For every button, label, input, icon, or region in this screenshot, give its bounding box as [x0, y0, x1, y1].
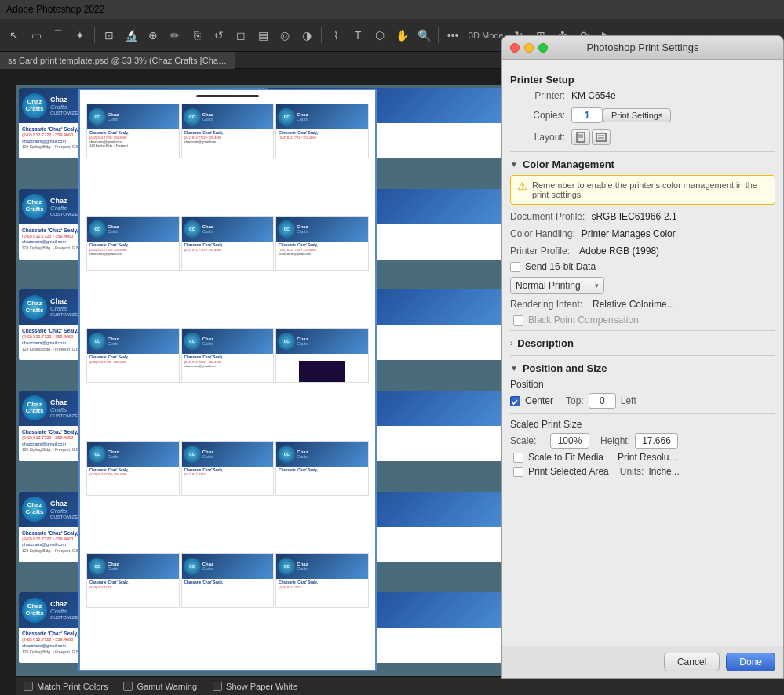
- preview-card-phone: (242) 812.7722 • 359.4660: [184, 248, 272, 252]
- preview-card-header: CC Chaz Crafts: [182, 329, 274, 354]
- preview-card-phone: (242) 812.7722 • 359.4660: [279, 136, 366, 140]
- copies-label: Copies:: [510, 110, 565, 121]
- toolbar-dodge-btn[interactable]: ◑: [297, 26, 316, 45]
- color-management-header[interactable]: ▼ Color Management: [510, 158, 775, 170]
- height-input[interactable]: [635, 433, 678, 449]
- show-paper-white-checkbox[interactable]: [213, 682, 222, 691]
- send16bit-row: Send 16-bit Data: [510, 261, 775, 272]
- top-input[interactable]: [589, 393, 616, 409]
- gamut-warning-group[interactable]: Gamut Warning: [123, 682, 197, 691]
- layout-landscape-icon[interactable]: [592, 129, 611, 145]
- preview-crafts: Crafts: [202, 117, 272, 122]
- match-colors-checkbox[interactable]: [24, 682, 33, 691]
- doc-tab[interactable]: ss Card print template.psd @ 33.3% (Chaz…: [0, 52, 235, 69]
- done-button[interactable]: Done: [726, 653, 775, 671]
- send16bit-label: Send 16-bit Data: [525, 261, 596, 272]
- preview-card: CC Chaz Crafts Chassarie 'Chaz' Sealy,: [275, 441, 369, 496]
- preview-logo: CC: [184, 333, 201, 350]
- copies-row: Copies: Print Settings: [510, 107, 775, 123]
- card-logo: ChazCrafts: [22, 295, 47, 320]
- cancel-button[interactable]: Cancel: [664, 653, 720, 671]
- preview-card: CC Chaz Crafts Chassarie 'Chaz' Sealy, (…: [86, 216, 180, 271]
- preview-name-area: Chaz Crafts: [108, 224, 177, 234]
- toolbar-more-btn[interactable]: •••: [443, 26, 462, 45]
- black-point-checkbox[interactable]: [513, 315, 523, 326]
- toolbar-zoom-btn[interactable]: 🔍: [414, 26, 433, 45]
- scale-input[interactable]: [550, 433, 589, 449]
- toolbar-text-btn[interactable]: T: [348, 26, 367, 45]
- toolbar-history-btn[interactable]: ↺: [210, 26, 228, 45]
- toolbar-eraser-btn[interactable]: ◻: [232, 26, 250, 45]
- print-preview-grid: CC Chaz Crafts Chassarie 'Chaz' Sealy, (…: [86, 104, 369, 664]
- toolbar-crop-btn[interactable]: ⊡: [100, 26, 119, 45]
- print-settings-button[interactable]: Print Settings: [603, 108, 671, 122]
- preview-card-header: CC Chaz Crafts: [87, 104, 179, 129]
- toolbar-blur-btn[interactable]: ◎: [275, 26, 294, 45]
- panel-title: Photoshop Print Settings: [586, 42, 698, 53]
- toolbar-magic-btn[interactable]: ✦: [71, 26, 89, 45]
- toolbar-heal-btn[interactable]: ⊕: [144, 26, 162, 45]
- preview-name-area: Chaz Crafts: [297, 562, 366, 571]
- description-header[interactable]: › Description: [510, 337, 775, 349]
- normal-printing-dropdown[interactable]: Normal Printing ▾: [510, 277, 604, 294]
- toolbar-rect-btn[interactable]: ▭: [27, 26, 46, 45]
- preview-top-bar: [196, 95, 259, 97]
- minimize-button[interactable]: [524, 43, 534, 53]
- scale-to-fit-label: Scale to Fit Media: [528, 452, 603, 463]
- layout-label: Layout:: [510, 132, 565, 143]
- preview-logo: CC: [89, 333, 106, 350]
- warning-icon: ⚠: [517, 180, 527, 191]
- toolbar-sep-1: [94, 27, 95, 43]
- black-point-row: Black Point Compensation: [510, 315, 775, 326]
- toolbar-move-btn[interactable]: ↖: [5, 26, 24, 45]
- close-button[interactable]: [510, 43, 520, 53]
- toolbar-lasso-btn[interactable]: ⌒: [49, 26, 67, 45]
- send16bit-checkbox[interactable]: [510, 262, 520, 272]
- preview-logo: CC: [89, 108, 106, 126]
- copies-input[interactable]: [571, 107, 603, 123]
- toolbar-path-btn[interactable]: ⬡: [370, 26, 389, 45]
- position-label: Position: [510, 379, 775, 390]
- toolbar-hand-btn[interactable]: ✋: [392, 26, 411, 45]
- preview-name-area: Chaz Crafts: [108, 112, 177, 122]
- preview-card-header: CC Chaz Crafts: [182, 217, 274, 242]
- preview-body: Chassarie 'Chaz' Sealy, (242) 812.7722: [276, 579, 368, 591]
- preview-logo: CC: [184, 108, 201, 126]
- match-colors-group[interactable]: Match Print Colors: [24, 682, 108, 691]
- pos-size-header[interactable]: ▼ Position and Size: [510, 362, 775, 374]
- preview-card-phone: (242) 812.7722: [89, 585, 177, 589]
- preview-card-email: chazcrarts@gmail.com: [184, 140, 272, 144]
- preview-name-area: Chaz Crafts: [202, 112, 272, 122]
- toolbar-eyedropper-btn[interactable]: 🔬: [122, 26, 140, 45]
- divider-2: [510, 330, 775, 331]
- print-selected-area-row: Print Selected Area Units: Inche...: [510, 466, 775, 477]
- toolbar-stamp-btn[interactable]: ⎘: [188, 26, 206, 45]
- rendering-intent-row: Rendering Intent: Relative Colorime...: [510, 299, 775, 310]
- traffic-lights: [510, 43, 548, 53]
- toolbar-brush-btn[interactable]: ✏: [166, 26, 184, 45]
- toolbar-pen-btn[interactable]: ⌇: [326, 26, 345, 45]
- preview-card: CC Chaz Crafts Chassarie 'Chaz' Sealy, (…: [275, 216, 369, 271]
- bottom-bar: Match Print Colors Gamut Warning Show Pa…: [16, 676, 784, 695]
- preview-card-address: 128 Kipling Bldg. • Freeport: [89, 144, 177, 147]
- normal-printing-arrow: ▾: [595, 282, 599, 289]
- preview-card: CC Chaz Crafts Chassarie 'Chaz' Sealy, (…: [86, 441, 180, 496]
- divider-1: [510, 151, 775, 152]
- toolbar-gradient-btn[interactable]: ▤: [253, 26, 272, 45]
- document-profile-row: Document Profile: sRGB IEC61966-2.1: [510, 211, 775, 222]
- preview-card-header: CC Chaz Crafts: [182, 554, 274, 579]
- black-point-label: Black Point Compensation: [528, 315, 639, 326]
- gamut-warning-checkbox[interactable]: [123, 682, 133, 691]
- printer-setup-title: Printer Setup: [510, 74, 574, 86]
- preview-crafts: Crafts: [108, 454, 177, 459]
- layout-portrait-icon[interactable]: [571, 129, 590, 145]
- center-checkbox[interactable]: [510, 396, 520, 406]
- scaled-print-size-label: Scaled Print Size: [510, 419, 775, 430]
- preview-body: Chassarie 'Chaz' Sealy,: [276, 467, 368, 475]
- show-paper-white-group[interactable]: Show Paper White: [213, 682, 297, 691]
- scale-to-fit-checkbox[interactable]: [513, 453, 523, 463]
- panel-body: Printer Setup Printer: KM C654e Copies: …: [502, 60, 783, 646]
- print-selected-area-checkbox[interactable]: [513, 467, 523, 477]
- maximize-button[interactable]: [538, 43, 548, 53]
- menu-bar-title: Adobe Photoshop 2022: [6, 4, 104, 15]
